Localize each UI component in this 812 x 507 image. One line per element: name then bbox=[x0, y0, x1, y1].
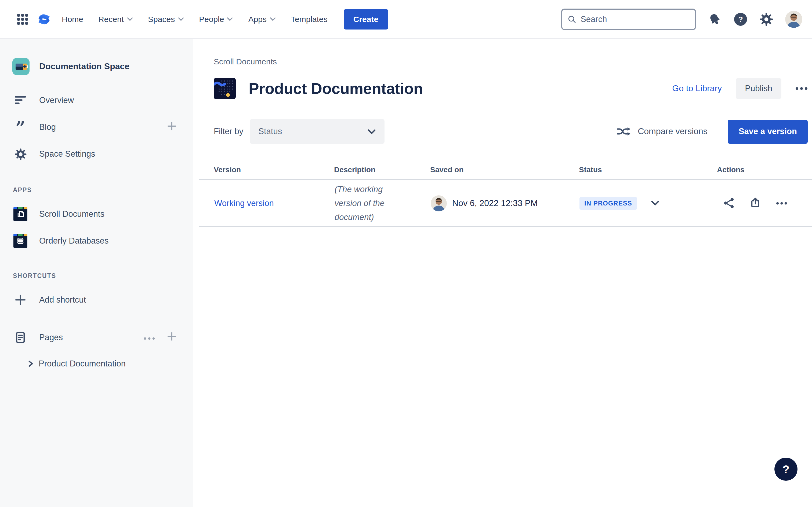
sidebar-item-overview[interactable]: Overview bbox=[0, 87, 193, 114]
save-a-version-button[interactable]: Save a version bbox=[728, 119, 808, 144]
space-name: Documentation Space bbox=[39, 62, 130, 71]
versions-table-header: Version Description Saved on Status Acti… bbox=[199, 158, 812, 180]
add-blog-icon[interactable] bbox=[167, 121, 177, 133]
export-icon[interactable] bbox=[749, 196, 762, 210]
actions-cell bbox=[717, 196, 808, 210]
topbar-right-group: ? bbox=[561, 8, 802, 30]
sidebar-item-label: Space Settings bbox=[39, 149, 95, 159]
sidebar-item-label: Blog bbox=[39, 122, 56, 132]
chevron-down-icon bbox=[269, 17, 276, 21]
search-input[interactable] bbox=[580, 14, 690, 24]
chevron-down-icon bbox=[177, 17, 184, 21]
sidebar-item-pages[interactable]: Pages bbox=[0, 324, 193, 351]
saved-on-cell: Nov 6, 2022 12:33 PM bbox=[431, 195, 579, 211]
sidebar-item-label: Overview bbox=[39, 96, 74, 105]
description-cell: (The working version of the document) bbox=[335, 182, 397, 224]
nav-item-recent[interactable]: Recent bbox=[98, 14, 133, 23]
sidebar-item-scroll-documents[interactable]: Scroll Documents bbox=[0, 201, 193, 227]
nav-item-templates[interactable]: Templates bbox=[291, 14, 327, 23]
space-settings-gear-icon bbox=[12, 148, 29, 160]
space-header[interactable]: Documentation Space bbox=[0, 39, 193, 75]
versions-table: Version Description Saved on Status Acti… bbox=[199, 158, 812, 227]
app-switcher-icon[interactable] bbox=[16, 13, 29, 25]
search-box[interactable] bbox=[561, 8, 696, 30]
page-tree-item-label: Product Documentation bbox=[39, 359, 126, 369]
space-sidebar: Documentation Space Overview ” Blog bbox=[0, 39, 193, 507]
overview-icon bbox=[12, 94, 29, 107]
shuffle-icon bbox=[616, 125, 631, 137]
sidebar-item-space-settings[interactable]: Space Settings bbox=[0, 140, 193, 167]
saved-on-date: Nov 6, 2022 12:33 PM bbox=[452, 198, 538, 208]
nav-item-people[interactable]: People bbox=[199, 14, 233, 23]
working-version-link[interactable]: Working version bbox=[214, 198, 274, 207]
top-navigation-bar: Home Recent Spaces People Apps Templates… bbox=[0, 0, 812, 39]
apps-list: Scroll Documents bbox=[0, 201, 193, 254]
sidebar-item-label: Scroll Documents bbox=[39, 209, 104, 219]
shortcuts-section-title: SHORTCUTS bbox=[0, 273, 193, 279]
orderly-databases-app-icon bbox=[12, 234, 29, 248]
sidebar-item-blog[interactable]: ” Blog bbox=[0, 114, 193, 140]
settings-gear-icon[interactable] bbox=[759, 12, 773, 26]
share-icon[interactable] bbox=[722, 196, 735, 210]
sidebar-item-label: Pages bbox=[39, 333, 63, 342]
status-cell: IN PROGRESS bbox=[579, 196, 717, 210]
sidebar-item-label: Orderly Databases bbox=[39, 236, 108, 246]
topbar-left-group: Home Recent Spaces People Apps Templates… bbox=[16, 9, 388, 29]
row-more-icon[interactable] bbox=[775, 196, 788, 210]
column-header-actions: Actions bbox=[717, 165, 808, 174]
column-header-saved-on: Saved on bbox=[430, 165, 579, 174]
nav-item-apps[interactable]: Apps bbox=[248, 14, 276, 23]
document-title-row: Product Documentation Go to Library Publ… bbox=[214, 74, 808, 103]
filter-by-label: Filter by bbox=[214, 127, 243, 136]
pages-icon bbox=[12, 331, 29, 344]
breadcrumb[interactable]: Scroll Documents bbox=[214, 57, 277, 66]
plus-icon bbox=[12, 294, 29, 306]
compare-versions-label: Compare versions bbox=[638, 127, 708, 136]
filter-actions: Compare versions Save a version bbox=[616, 119, 808, 144]
add-shortcut-button[interactable]: Add shortcut bbox=[0, 286, 193, 313]
title-actions: Go to Library Publish bbox=[672, 78, 808, 99]
help-fab-button[interactable]: ? bbox=[774, 458, 798, 481]
title-more-icon[interactable] bbox=[795, 87, 808, 90]
create-button[interactable]: Create bbox=[344, 9, 388, 29]
pages-more-icon[interactable] bbox=[143, 333, 155, 342]
filter-row: Filter by Status bbox=[214, 119, 808, 144]
status-chevron-down-icon[interactable] bbox=[651, 200, 659, 206]
sidebar-item-label: Add shortcut bbox=[39, 295, 86, 305]
svg-text:?: ? bbox=[738, 15, 743, 23]
document-cover-icon bbox=[214, 78, 236, 99]
user-avatar[interactable] bbox=[785, 10, 802, 27]
column-header-description: Description bbox=[334, 165, 430, 174]
scroll-documents-app-icon bbox=[12, 207, 29, 221]
chevron-right-icon bbox=[28, 360, 34, 368]
notifications-bell-icon[interactable] bbox=[708, 12, 722, 26]
main-content: Scroll Documents bbox=[193, 39, 812, 507]
column-header-status: Status bbox=[579, 165, 717, 174]
version-cell: Working version bbox=[214, 198, 335, 208]
add-page-icon[interactable] bbox=[167, 332, 177, 343]
space-nav: Overview ” Blog bbox=[0, 87, 193, 167]
pages-section: Pages Product Documentation bbox=[0, 324, 193, 377]
nav-item-spaces[interactable]: Spaces bbox=[148, 14, 184, 23]
table-row: Working version (The working version of … bbox=[199, 180, 812, 227]
nav-item-home[interactable]: Home bbox=[62, 14, 83, 23]
app-window: Home Recent Spaces People Apps Templates… bbox=[0, 0, 812, 507]
space-logo-icon bbox=[12, 58, 30, 75]
go-to-library-link[interactable]: Go to Library bbox=[672, 84, 722, 93]
status-filter-dropdown[interactable]: Status bbox=[250, 119, 385, 144]
confluence-logo-icon[interactable] bbox=[36, 11, 52, 27]
page-tree-item-product-documentation[interactable]: Product Documentation bbox=[0, 351, 193, 377]
chevron-down-icon bbox=[126, 17, 133, 21]
sidebar-item-orderly-databases[interactable]: Orderly Databases bbox=[0, 227, 193, 254]
search-icon bbox=[568, 14, 576, 24]
compare-versions-button[interactable]: Compare versions bbox=[616, 125, 708, 137]
chevron-down-icon bbox=[227, 17, 233, 21]
publish-button[interactable]: Publish bbox=[736, 78, 781, 99]
primary-nav: Home Recent Spaces People Apps Templates bbox=[62, 14, 327, 23]
status-badge: IN PROGRESS bbox=[579, 196, 637, 210]
author-avatar bbox=[431, 195, 447, 211]
chevron-down-icon bbox=[367, 128, 376, 134]
apps-section-title: APPS bbox=[0, 187, 193, 193]
help-icon[interactable]: ? bbox=[733, 12, 748, 26]
blog-quote-icon: ” bbox=[12, 119, 29, 136]
